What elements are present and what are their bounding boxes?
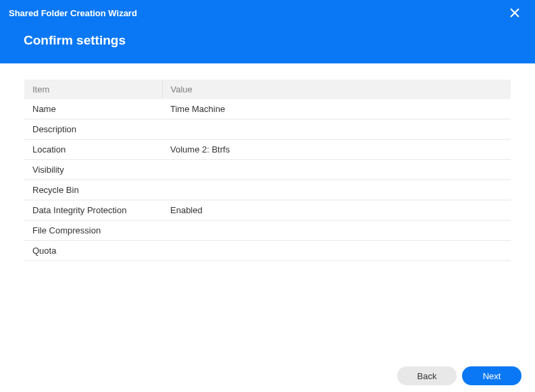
cell-value <box>162 180 511 200</box>
back-button[interactable]: Back <box>397 366 457 385</box>
cell-item: Visibility <box>24 160 162 180</box>
cell-value <box>162 119 511 140</box>
table-row: Quota <box>24 241 511 261</box>
col-header-item: Item <box>24 80 162 99</box>
cell-value: Volume 2: Btrfs <box>162 140 511 160</box>
cell-value <box>162 160 511 180</box>
table-row: Description <box>24 119 511 140</box>
close-icon <box>510 8 519 20</box>
cell-item: Recycle Bin <box>24 180 162 200</box>
wizard-header: Shared Folder Creation Wizard Confirm se… <box>0 0 535 63</box>
table-row: Name Time Machine <box>24 99 511 119</box>
next-button[interactable]: Next <box>462 366 521 385</box>
cell-item: Description <box>24 119 162 140</box>
settings-table: Item Value Name Time Machine Description… <box>24 80 511 261</box>
table-header-row: Item Value <box>24 80 511 99</box>
content-area: Item Value Name Time Machine Description… <box>0 63 535 261</box>
cell-item: Location <box>24 140 162 160</box>
cell-value <box>162 241 511 261</box>
table-row: File Compression <box>24 221 511 241</box>
cell-item: Name <box>24 99 162 119</box>
cell-value: Enabled <box>162 200 511 221</box>
wizard-footer: Back Next <box>0 360 535 392</box>
table-row: Location Volume 2: Btrfs <box>24 140 511 160</box>
table-row: Recycle Bin <box>24 180 511 200</box>
window-title: Shared Folder Creation Wizard <box>0 0 535 18</box>
col-header-value: Value <box>162 80 511 99</box>
close-button[interactable] <box>507 6 523 22</box>
cell-value: Time Machine <box>162 99 511 119</box>
cell-item: File Compression <box>24 221 162 241</box>
cell-item: Data Integrity Protection <box>24 200 162 221</box>
table-row: Data Integrity Protection Enabled <box>24 200 511 221</box>
table-row: Visibility <box>24 160 511 180</box>
cell-item: Quota <box>24 241 162 261</box>
page-title: Confirm settings <box>0 18 535 48</box>
cell-value <box>162 221 511 241</box>
